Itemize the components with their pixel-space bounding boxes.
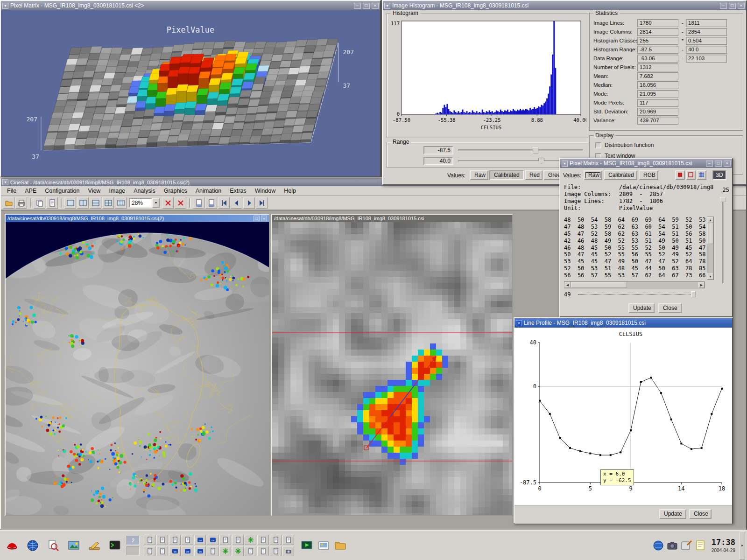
pager-desktop-other[interactable] bbox=[127, 546, 140, 555]
maximize-icon[interactable]: □ bbox=[363, 3, 370, 9]
window-menu-icon[interactable]: ▾ bbox=[516, 320, 522, 326]
print-icon[interactable] bbox=[15, 197, 27, 209]
window-menu-icon[interactable]: ▾ bbox=[562, 161, 568, 167]
pm-horizontal-scrollbar[interactable]: ◀ ▶ bbox=[564, 281, 705, 288]
pixel-matrix-3d-titlebar[interactable]: ▾ Pixel Matrix - MSG_IR108_img8_03091810… bbox=[1, 1, 380, 10]
task-button-spark[interactable] bbox=[232, 546, 244, 556]
close-icon[interactable]: × bbox=[372, 3, 379, 9]
task-button-doc[interactable] bbox=[182, 535, 193, 545]
pm-bottom-slider-thumb[interactable] bbox=[691, 291, 696, 297]
media-viewer-icon[interactable] bbox=[298, 535, 315, 556]
pm-3d-button[interactable]: 3D bbox=[712, 170, 726, 180]
task-button-doc[interactable] bbox=[144, 535, 155, 545]
duplicate-view-icon[interactable] bbox=[46, 197, 58, 209]
blue-globe-icon[interactable] bbox=[651, 538, 665, 553]
maximize-icon[interactable]: □ bbox=[715, 161, 722, 167]
pm-right-slider[interactable] bbox=[722, 197, 724, 284]
scroll-up-icon[interactable]: ▲ bbox=[707, 217, 713, 223]
terminal-icon[interactable] bbox=[105, 534, 125, 557]
scroll-left-icon[interactable]: ◀ bbox=[564, 282, 571, 288]
close-all-views-icon[interactable] bbox=[175, 197, 186, 209]
scroll-right-icon[interactable]: ▶ bbox=[698, 282, 705, 288]
menu-window[interactable]: Window bbox=[251, 187, 280, 195]
task-button-cs[interactable]: cs bbox=[194, 546, 206, 556]
pm-right-slider-thumb[interactable] bbox=[720, 197, 726, 202]
maximize-icon[interactable]: □ bbox=[729, 3, 736, 9]
pm-vertical-scrollbar[interactable]: ▲ ▼ bbox=[707, 217, 714, 280]
pixel-zoom-titlebar[interactable]: /data/cinesat/db/030918/img8/MSG_IR108_i… bbox=[272, 215, 512, 222]
redhat-menu-icon[interactable] bbox=[2, 534, 22, 557]
task-button-spark[interactable] bbox=[245, 535, 256, 545]
minimize-icon[interactable]: – bbox=[720, 3, 727, 9]
new-view-icon[interactable] bbox=[34, 197, 45, 209]
zoom-level-value[interactable]: 28% bbox=[129, 198, 152, 208]
lp-close-button[interactable]: Close bbox=[689, 509, 712, 519]
pm-bottom-slider[interactable] bbox=[578, 294, 696, 295]
layout-grid-icon[interactable] bbox=[102, 197, 114, 209]
nav-last-icon[interactable] bbox=[256, 197, 268, 209]
web-browser-icon[interactable] bbox=[22, 534, 43, 557]
menu-file[interactable]: File bbox=[3, 187, 21, 195]
layout-split-h-icon[interactable] bbox=[90, 197, 101, 209]
task-button-cs[interactable]: cs bbox=[169, 546, 181, 556]
task-button-doc[interactable] bbox=[207, 546, 218, 556]
image-viewer-icon[interactable] bbox=[63, 534, 84, 557]
task-button-doc[interactable] bbox=[270, 546, 282, 556]
values-calibrated-button[interactable]: Calibrated bbox=[489, 170, 524, 180]
pm-rgb-button[interactable]: RGB bbox=[639, 170, 658, 180]
menu-help[interactable]: Help bbox=[280, 187, 300, 195]
task-button-doc[interactable] bbox=[245, 546, 256, 556]
distribution-function-checkbox[interactable] bbox=[595, 142, 601, 148]
task-button-cam[interactable] bbox=[282, 546, 294, 556]
range-max-field[interactable]: 40.0 bbox=[423, 157, 453, 165]
minimize-icon[interactable]: – bbox=[706, 161, 713, 167]
pm-frame-marker-icon[interactable] bbox=[686, 170, 696, 180]
close-icon[interactable]: × bbox=[738, 3, 745, 9]
pm-raw-button[interactable]: Raw bbox=[584, 170, 602, 180]
task-button-cs[interactable]: cs bbox=[194, 535, 206, 545]
window-menu-icon[interactable]: ▾ bbox=[384, 3, 390, 9]
pixel-matrix-titlebar[interactable]: ▾ Pixel Matrix - MSG_IR108_img8_03091810… bbox=[560, 159, 732, 168]
layout-table-icon[interactable] bbox=[115, 197, 127, 209]
layout-single-icon[interactable] bbox=[64, 197, 76, 209]
pm-hscroll-thumb[interactable] bbox=[571, 282, 627, 288]
task-button-doc[interactable] bbox=[257, 535, 269, 545]
task-button-spark[interactable] bbox=[219, 546, 231, 556]
pm-vscroll-thumb[interactable] bbox=[707, 224, 713, 244]
file-search-icon[interactable] bbox=[43, 534, 63, 557]
zoom-level-select[interactable]: 28%▾ bbox=[129, 198, 160, 208]
menu-analysis[interactable]: Analysis bbox=[129, 187, 160, 195]
prev-image-icon[interactable] bbox=[193, 197, 204, 209]
folder-icon[interactable] bbox=[332, 535, 349, 556]
task-button-cs[interactable]: cs bbox=[207, 535, 218, 545]
pager-desktop-2[interactable]: 2 bbox=[127, 536, 140, 545]
task-button-doc[interactable] bbox=[270, 535, 282, 545]
tablet-tool-icon[interactable] bbox=[679, 538, 693, 553]
range-min-slider-thumb[interactable] bbox=[533, 147, 538, 154]
pm-red-marker-icon[interactable] bbox=[675, 170, 685, 180]
next-image-icon[interactable] bbox=[205, 197, 217, 209]
photo-tool-icon[interactable] bbox=[315, 535, 332, 556]
scroll-down-icon[interactable]: ▼ bbox=[707, 273, 713, 280]
open-folder-icon[interactable] bbox=[3, 197, 14, 209]
values-red-button[interactable]: Red bbox=[525, 170, 543, 180]
menu-animation[interactable]: Animation bbox=[191, 187, 226, 195]
task-button-cs[interactable]: cs bbox=[182, 546, 193, 556]
range-min-slider[interactable] bbox=[458, 149, 583, 151]
layout-split-v-icon[interactable] bbox=[77, 197, 89, 209]
menu-view[interactable]: View bbox=[84, 187, 105, 195]
nav-back-icon[interactable] bbox=[231, 197, 242, 209]
notes-tool-icon[interactable] bbox=[693, 538, 707, 553]
desktop-pager[interactable]: 2 bbox=[127, 536, 140, 555]
lp-update-button[interactable]: Update bbox=[659, 509, 686, 519]
restore-icon[interactable]: □ bbox=[254, 216, 260, 221]
menu-ape[interactable]: APE bbox=[21, 187, 41, 195]
drawing-tool-icon[interactable] bbox=[84, 534, 105, 557]
menu-configuration[interactable]: Configuration bbox=[41, 187, 84, 195]
menu-image[interactable]: Image bbox=[105, 187, 129, 195]
task-button-doc[interactable] bbox=[144, 546, 155, 556]
minimize-icon[interactable]: – bbox=[354, 3, 361, 9]
menu-graphics[interactable]: Graphics bbox=[160, 187, 191, 195]
task-button-doc[interactable] bbox=[232, 535, 244, 545]
pm-calibrated-button[interactable]: Calibrated bbox=[604, 170, 637, 180]
